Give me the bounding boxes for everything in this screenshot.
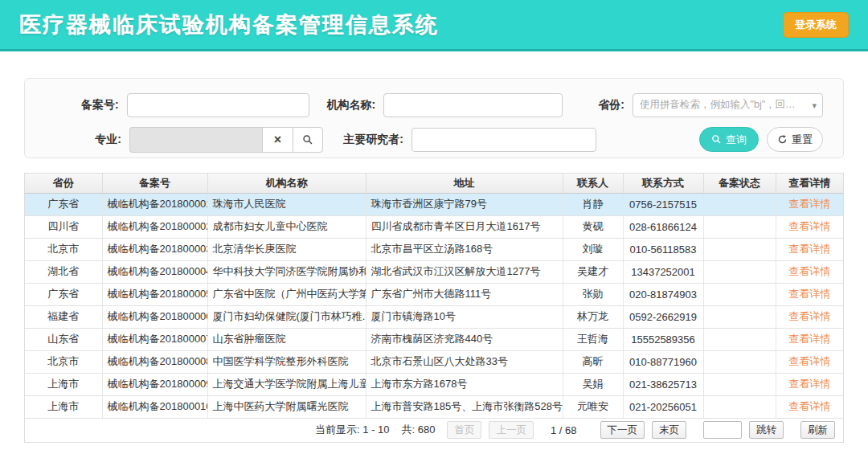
table-row[interactable]: 广东省械临机构备201800005广东省中医院（广州中医药大学第...广东省广州…: [25, 283, 843, 305]
login-button[interactable]: 登录系统: [783, 12, 849, 38]
specialty-clear-button[interactable]: ×: [262, 127, 293, 153]
cell-phone: 010-88771960: [623, 350, 703, 373]
current-display-text: 当前显示: 1 - 10: [315, 423, 389, 437]
cell-phone: 020-81874903: [623, 283, 703, 305]
view-details-link[interactable]: 查看详情: [788, 220, 830, 232]
cell-address: 上海市东方路1678号: [366, 373, 563, 395]
cell-org: 成都市妇女儿童中心医院: [207, 215, 366, 238]
cell-filing_no: 械临机构备201800006: [102, 305, 207, 328]
cell-filing_no: 械临机构备201800005: [102, 283, 207, 305]
cell-address: 广东省广州市大德路111号: [366, 283, 563, 305]
results-table: 省份备案号机构名称地址联系人联系方式备案状态查看详情 广东省械临机构备20180…: [24, 173, 844, 443]
page-title: 医疗器械临床试验机构备案管理信息系统: [19, 10, 439, 39]
view-details-link[interactable]: 查看详情: [788, 333, 830, 345]
refresh-button[interactable]: 刷新: [800, 421, 835, 439]
cell-org: 中国医学科学院整形外科医院: [207, 350, 366, 373]
org-name-label: 机构名称:: [309, 98, 383, 112]
filing-no-label: 备案号:: [45, 98, 127, 112]
province-placeholder: 使用拼音检索，例如输入"bj"，回车即选...: [640, 98, 805, 112]
specialty-input-group: ×: [129, 127, 323, 153]
next-page-button[interactable]: 下一页: [600, 421, 645, 439]
province-label: 省份:: [563, 98, 633, 112]
cell-org: 厦门市妇幼保健院(厦门市林巧稚...: [207, 305, 366, 328]
table-row[interactable]: 福建省械临机构备201800006厦门市妇幼保健院(厦门市林巧稚...厦门市镇海…: [25, 305, 843, 328]
cell-org: 华中科技大学同济医学院附属协和医院: [207, 260, 366, 283]
cell-phone: 028-61866124: [623, 215, 703, 238]
cell-address: 厦门市镇海路10号: [366, 305, 563, 328]
view-details-link[interactable]: 查看详情: [788, 288, 830, 300]
cell-province: 山东省: [25, 328, 102, 350]
cell-org: 上海中医药大学附属曙光医院: [207, 395, 366, 418]
table-row[interactable]: 广东省械临机构备201800001珠海市人民医院珠海市香洲区康宁路79号肖静07…: [25, 193, 843, 215]
column-header-6: 备案状态: [703, 174, 776, 193]
cell-province: 上海市: [25, 395, 102, 418]
cell-province: 湖北省: [25, 260, 102, 283]
view-details-link[interactable]: 查看详情: [788, 265, 830, 277]
view-details-link[interactable]: 查看详情: [788, 355, 830, 367]
view-details-link[interactable]: 查看详情: [788, 198, 830, 210]
column-header-5: 联系方式: [623, 174, 703, 193]
view-details-link[interactable]: 查看详情: [788, 378, 830, 390]
cell-contact: 元唯安: [563, 395, 623, 418]
cell-filing_no: 械临机构备201800008: [102, 350, 207, 373]
cell-province: 四川省: [25, 215, 102, 238]
app-header: 医疗器械临床试验机构备案管理信息系统 登录系统: [0, 0, 868, 51]
jump-button[interactable]: 跳转: [749, 421, 784, 439]
table-row[interactable]: 湖北省械临机构备201800004华中科技大学同济医学院附属协和医院湖北省武汉市…: [25, 260, 843, 283]
search-icon: [711, 134, 722, 145]
pi-input[interactable]: [411, 128, 596, 152]
view-details-link[interactable]: 查看详情: [788, 400, 830, 412]
filing-no-input[interactable]: [127, 93, 309, 117]
first-page-button[interactable]: 首页: [447, 421, 481, 439]
cell-contact: 肖静: [563, 193, 623, 215]
reset-button[interactable]: 重置: [767, 127, 823, 152]
cell-contact: 王哲海: [563, 328, 623, 350]
cell-filing_no: 械临机构备201800009: [102, 373, 207, 395]
cell-status: [703, 238, 776, 260]
prev-page-button[interactable]: 上一页: [489, 421, 534, 439]
cell-address: 珠海市香洲区康宁路79号: [366, 193, 563, 215]
cell-status: [703, 373, 776, 395]
cell-phone: 021-38625713: [623, 373, 703, 395]
column-header-3: 地址: [366, 174, 563, 193]
cell-filing_no: 械临机构备201800004: [102, 260, 207, 283]
jump-page-input[interactable]: [703, 421, 742, 439]
cell-phone: 0756-2157515: [623, 193, 703, 215]
view-details-link[interactable]: 查看详情: [788, 243, 830, 255]
cell-org: 珠海市人民医院: [207, 193, 366, 215]
cell-province: 北京市: [25, 238, 102, 260]
cell-status: [703, 350, 776, 373]
cell-org: 上海交通大学医学院附属上海儿童...: [207, 373, 366, 395]
specialty-input: [129, 127, 262, 153]
cell-phone: 010-56118583: [623, 238, 703, 260]
search-icon: [302, 134, 313, 145]
table-row[interactable]: 上海市械临机构备201800010上海中医药大学附属曙光医院上海市普安路185号…: [25, 395, 843, 418]
table-row[interactable]: 山东省械临机构备201800007山东省肿瘤医院济南市槐荫区济兖路440号王哲海…: [25, 328, 843, 350]
last-page-button[interactable]: 末页: [652, 421, 686, 439]
table-row[interactable]: 四川省械临机构备201800002成都市妇女儿童中心医院四川省成都市青羊区日月大…: [25, 215, 843, 238]
table-row[interactable]: 上海市械临机构备201800009上海交通大学医学院附属上海儿童...上海市东方…: [25, 373, 843, 395]
total-count-text: 共: 680: [402, 423, 436, 437]
column-header-4: 联系人: [563, 174, 623, 193]
org-name-input[interactable]: [383, 93, 563, 117]
column-header-0: 省份: [25, 174, 102, 193]
query-button[interactable]: 查询: [699, 127, 759, 152]
pi-label: 主要研究者:: [323, 133, 411, 147]
cell-filing_no: 械临机构备201800002: [102, 215, 207, 238]
cell-phone: 0592-2662919: [623, 305, 703, 328]
specialty-search-button[interactable]: [293, 127, 323, 153]
cell-contact: 黄砚: [563, 215, 623, 238]
cell-province: 广东省: [25, 283, 102, 305]
cell-status: [703, 260, 776, 283]
table-row[interactable]: 北京市械临机构备201800008中国医学科学院整形外科医院北京市石景山区八大处…: [25, 350, 843, 373]
column-header-1: 备案号: [102, 174, 207, 193]
cell-address: 湖北省武汉市江汉区解放大道1277号: [366, 260, 563, 283]
page-indicator: 1 / 68: [551, 424, 577, 436]
pagination-bar: 当前显示: 1 - 10 共: 680 首页 上一页 1 / 68 下一页 末页…: [25, 419, 843, 442]
table-row[interactable]: 北京市械临机构备201800003北京清华长庚医院北京市昌平区立汤路168号刘璇…: [25, 238, 843, 260]
cell-province: 福建省: [25, 305, 102, 328]
view-details-link[interactable]: 查看详情: [788, 310, 830, 322]
caret-down-icon: ▾: [812, 100, 817, 111]
query-button-label: 查询: [726, 133, 747, 147]
province-select[interactable]: 使用拼音检索，例如输入"bj"，回车即选... ▾: [633, 93, 823, 117]
